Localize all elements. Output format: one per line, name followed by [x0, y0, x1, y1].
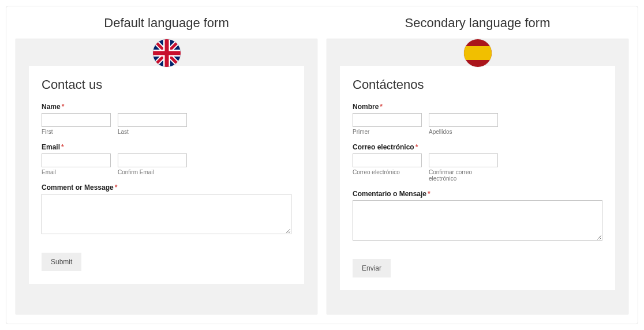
form-heading-secondary: Contáctenos — [353, 77, 602, 92]
form-inner-secondary: Contáctenos Nombre* Primer Apellidos — [340, 66, 615, 290]
spain-flag-icon — [464, 39, 492, 67]
name-group-secondary: Nombre* Primer Apellidos — [353, 103, 602, 135]
name-label-secondary: Nombre* — [353, 103, 602, 111]
form-heading-default: Contact us — [42, 77, 291, 92]
default-language-panel: Default language form Contact us Name* — [16, 16, 317, 314]
form-card-secondary: Contáctenos Nombre* Primer Apellidos — [327, 39, 628, 314]
confirm-email-input-es[interactable] — [429, 153, 498, 167]
name-label-default: Name* — [42, 103, 291, 111]
svg-rect-2 — [464, 46, 492, 60]
comment-group-default: Comment or Message* — [42, 183, 291, 237]
last-sublabel: Last — [118, 129, 187, 135]
comment-label-default: Comment or Message* — [42, 183, 291, 192]
email-label-text-es: Correo electrónico — [353, 143, 414, 151]
form-inner-default: Contact us Name* First Last — [29, 66, 304, 284]
required-mark: * — [415, 143, 418, 151]
email-label-text: Email — [42, 143, 60, 151]
submit-button-secondary[interactable]: Enviar — [353, 259, 391, 278]
secondary-language-panel: Secondary language form Contáctenos Nomb… — [327, 16, 628, 314]
confirm-email-sublabel-es: Confirmar correo electrónico — [429, 169, 498, 182]
comment-textarea[interactable] — [42, 194, 291, 234]
email-sublabel: Email — [42, 169, 111, 175]
comment-label-secondary: Comentario o Mensaje* — [353, 190, 602, 198]
email-group-secondary: Correo electrónico* Correo electrónico C… — [353, 143, 602, 182]
name-label-text-es: Nombre — [353, 103, 379, 111]
panel-title-default: Default language form — [16, 16, 317, 31]
panel-title-secondary: Secondary language form — [327, 16, 628, 31]
comment-textarea-es[interactable] — [353, 200, 602, 241]
email-input[interactable] — [42, 153, 111, 167]
email-group-default: Email* Email Confirm Email — [42, 143, 291, 175]
required-mark: * — [380, 103, 383, 111]
last-name-input-es[interactable] — [429, 113, 498, 127]
submit-button-default[interactable]: Submit — [42, 253, 81, 271]
email-label-default: Email* — [42, 143, 291, 151]
email-input-es[interactable] — [353, 153, 422, 167]
confirm-email-input[interactable] — [118, 153, 187, 167]
comparison-container: Default language form Contact us Name* — [6, 6, 638, 324]
email-label-secondary: Correo electrónico* — [353, 143, 602, 151]
first-name-input-es[interactable] — [353, 113, 422, 127]
required-mark: * — [428, 190, 430, 198]
last-sublabel-es: Apellidos — [429, 129, 498, 135]
uk-flag-icon — [153, 39, 181, 67]
name-group-default: Name* First Last — [42, 103, 291, 135]
required-mark: * — [62, 103, 65, 111]
confirm-email-sublabel: Confirm Email — [118, 169, 187, 175]
first-sublabel-es: Primer — [353, 129, 422, 135]
last-name-input[interactable] — [118, 113, 187, 127]
comment-label-text-es: Comentario o Mensaje — [353, 190, 426, 198]
name-label-text: Name — [42, 103, 61, 111]
first-sublabel: First — [42, 129, 111, 135]
first-name-input[interactable] — [42, 113, 111, 127]
comment-group-secondary: Comentario o Mensaje* — [353, 190, 602, 243]
email-sublabel-es: Correo electrónico — [353, 169, 422, 175]
comment-label-text: Comment or Message — [42, 183, 114, 192]
form-card-default: Contact us Name* First Last — [16, 39, 317, 314]
required-mark: * — [61, 143, 64, 151]
required-mark: * — [115, 183, 118, 192]
